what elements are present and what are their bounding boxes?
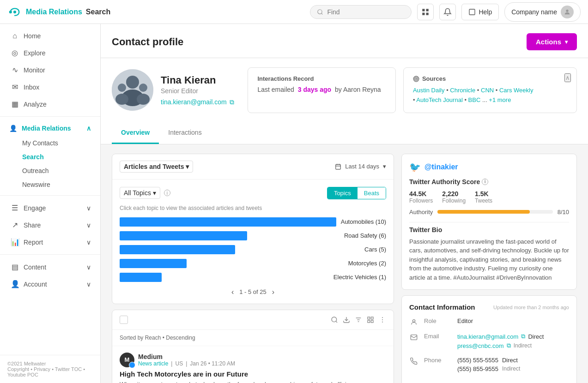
top-nav: Media Relations Search Help Company name: [0, 0, 588, 24]
next-page-button[interactable]: ›: [272, 288, 274, 296]
actions-button[interactable]: Actions ▾: [527, 33, 577, 50]
download-icon[interactable]: [343, 316, 350, 323]
contact-info-card: Contact Information Updated more than 2 …: [401, 295, 577, 383]
following-label: Following: [442, 197, 466, 204]
help-btn[interactable]: Help: [461, 4, 499, 20]
filter-icon[interactable]: [355, 316, 362, 323]
sidebar-item-share[interactable]: ↗ Share ∨: [0, 216, 100, 233]
email1-link[interactable]: tina.kieran@gmail.com: [457, 333, 518, 340]
collapse-button[interactable]: ∧: [564, 73, 571, 82]
sidebar-item-home[interactable]: ⌂ Home: [0, 28, 100, 44]
target-icon: [413, 76, 419, 82]
emailed-time: 3 days ago: [298, 86, 331, 93]
source-logo: M: [120, 353, 134, 367]
bell-icon-btn[interactable]: [439, 4, 456, 20]
email2-link[interactable]: press@cnbc.com: [457, 342, 504, 349]
sidebar-item-report[interactable]: 📊 Report ∨: [0, 233, 100, 251]
bar-item-4[interactable]: Electric Vehicles (1): [120, 272, 386, 282]
sidebar-item-monitor[interactable]: ∿ Monitor: [0, 61, 100, 78]
authority-row: Authority 8/10: [409, 209, 569, 215]
global-search[interactable]: [310, 5, 412, 19]
authority-score: 8/10: [558, 209, 569, 215]
help-label: Help: [479, 8, 492, 16]
tab-interactions[interactable]: Interactions: [159, 122, 211, 144]
emailed-by: by Aaron Reyna: [335, 86, 381, 93]
calendar-icon: [335, 163, 341, 170]
twitter-handle-text: @tinakier: [424, 163, 458, 171]
sidebar-item-explore[interactable]: ◎ Explore: [0, 44, 100, 61]
topics-info-icon[interactable]: i: [164, 190, 170, 196]
toggle-topics[interactable]: Topics: [327, 187, 358, 199]
bio-text: Passionate journalist unraveling the fas…: [409, 237, 569, 282]
source-more[interactable]: +1 more: [489, 96, 511, 103]
svg-point-23: [332, 317, 337, 322]
share-icon: ↗: [11, 221, 19, 229]
svg-point-8: [566, 9, 568, 12]
phone2: (555) 855-9555: [457, 365, 498, 372]
phone-values: (555) 555-5555 Direct (555) 855-9555 Ind…: [457, 357, 520, 374]
sidebar-item-content[interactable]: ▤ Content ∨: [0, 258, 100, 275]
copy-email1-icon[interactable]: ⧉: [521, 333, 525, 340]
tab-overview[interactable]: Overview: [112, 122, 159, 144]
followers-label: Followers: [409, 197, 433, 204]
bio-title: Twitter Bio: [409, 226, 569, 233]
source-austin-daily[interactable]: Austin Daily: [413, 87, 445, 94]
articles-label: Articles and Tweets: [124, 163, 184, 170]
sidebar-item-inbox[interactable]: ✉ Inbox: [0, 78, 100, 96]
sidebar-media-relations[interactable]: 👤 Media Relations ∧: [0, 120, 100, 136]
articles-dropdown[interactable]: Articles and Tweets ▾: [120, 161, 193, 173]
contact-info-title: Contact Information: [409, 303, 475, 311]
source-chronicle[interactable]: Chronicle: [450, 87, 475, 94]
sidebar-label-analyze: Analyze: [24, 101, 47, 108]
all-topics-dropdown[interactable]: All Topics ▾: [120, 187, 160, 199]
authority-bar: [437, 210, 530, 214]
svg-point-12: [118, 84, 126, 92]
phone2-type: Indirect: [502, 365, 520, 372]
svg-rect-19: [336, 164, 341, 169]
source-cnn[interactable]: CNN: [481, 87, 494, 94]
copy-email-icon[interactable]: ⧉: [230, 98, 234, 106]
contact-details: Tina Kieran Senior Editor tina.kieran@gm…: [161, 74, 234, 106]
grid-view-icon[interactable]: [367, 316, 374, 323]
select-all-checkbox[interactable]: [120, 316, 128, 324]
sidebar-item-account[interactable]: 👤 Account ∨: [0, 275, 100, 293]
sidebar-sub-newswire[interactable]: Newswire: [0, 178, 100, 192]
bar-item-1[interactable]: Road Safety (6): [120, 231, 386, 241]
footer-copyright: ©2021 Meltwater: [7, 361, 93, 366]
article-item: M Medium News article | US | J: [112, 346, 394, 383]
search-list-icon[interactable]: [331, 316, 338, 323]
svg-point-1: [13, 10, 16, 13]
bar-item-3[interactable]: Motorcyles (2): [120, 258, 386, 269]
sidebar-label-report: Report: [24, 239, 43, 246]
sidebar-item-analyze[interactable]: ▦ Analyze: [0, 96, 100, 113]
sidebar-label-content: Content: [24, 263, 46, 271]
more-options-icon[interactable]: [379, 316, 386, 323]
source-bbc[interactable]: BBC: [468, 96, 481, 103]
toggle-beats[interactable]: Beats: [358, 187, 386, 199]
copy-email2-icon[interactable]: ⧉: [507, 342, 511, 349]
all-topics-chevron: ▾: [153, 189, 156, 197]
prev-page-button[interactable]: ‹: [231, 288, 234, 296]
contact-email[interactable]: tina.kieran@gmail.com ⧉: [161, 98, 234, 106]
role-icon: [409, 318, 418, 327]
stat-followers: 44.5K Followers: [409, 190, 433, 204]
date-filter[interactable]: Last 14 days ▾: [335, 163, 386, 170]
twitter-handle[interactable]: 🐦 @tinakier: [409, 162, 569, 173]
article-title[interactable]: High Tech Motorcyles are in our Future: [120, 370, 386, 378]
grid-icon-btn[interactable]: [417, 4, 434, 20]
sidebar-sub-search[interactable]: Search: [0, 150, 100, 164]
score-info-icon[interactable]: i: [482, 179, 488, 185]
articles-card-header: Articles and Tweets ▾ Last 14 days ▾: [112, 154, 394, 180]
company-btn[interactable]: Company name: [504, 2, 581, 22]
bar-item-0[interactable]: Automobiles (10): [120, 217, 386, 227]
bar-item-2[interactable]: Cars (5): [120, 245, 386, 255]
sidebar-sub-outreach[interactable]: Outreach: [0, 164, 100, 178]
sidebar-sub-my-contacts[interactable]: My Contacts: [0, 136, 100, 150]
search-input[interactable]: [327, 8, 401, 16]
source-autotech[interactable]: AutoTech Journal: [416, 96, 462, 103]
svg-point-0: [9, 10, 12, 13]
right-panel: 🐦 @tinakier Twitter Authority Score i 44…: [401, 154, 577, 383]
source-cars-weekly[interactable]: Cars Weekly: [499, 87, 533, 94]
sidebar-item-engage[interactable]: ☰ Engage ∨: [0, 199, 100, 216]
sidebar-label-account: Account: [24, 281, 47, 288]
